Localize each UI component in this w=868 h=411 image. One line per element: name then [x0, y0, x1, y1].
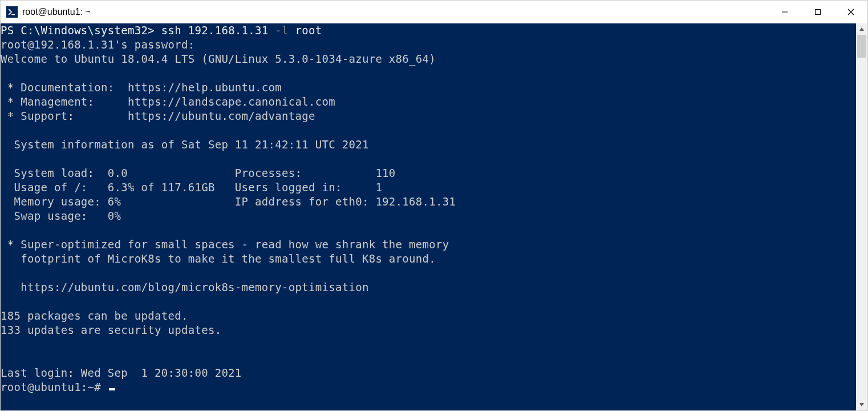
terminal-line: * Management: https://landscape.canonica… [1, 95, 856, 109]
terminal-text: 185 packages can be updated. [1, 309, 188, 322]
terminal-line: 133 updates are security updates. [1, 323, 856, 337]
terminal-text: Memory usage: 6% IP address for eth0: 19… [1, 195, 456, 208]
terminal-line [1, 266, 856, 280]
terminal-text: root@192.168.1.31's password: [1, 38, 194, 51]
terminal-line: Welcome to Ubuntu 18.04.4 LTS (GNU/Linux… [1, 52, 856, 66]
powershell-icon [6, 6, 18, 18]
svg-marker-6 [859, 403, 864, 406]
terminal-line: Usage of /: 6.3% of 117.61GB Users logge… [1, 180, 856, 195]
terminal-line: Memory usage: 6% IP address for eth0: 19… [1, 195, 856, 209]
terminal-line: Swap usage: 0% [1, 209, 856, 223]
terminal-line [1, 352, 856, 366]
minimize-button[interactable] [768, 1, 801, 23]
close-button[interactable] [834, 1, 867, 23]
terminal-text: ssh 192.168.1.31 [161, 24, 275, 37]
terminal-text: -l [275, 24, 295, 37]
terminal-line [1, 66, 856, 80]
terminal-line: System information as of Sat Sep 11 21:4… [1, 138, 856, 152]
terminal-line [1, 223, 856, 237]
terminal-text: System load: 0.0 Processes: 110 [1, 167, 396, 179]
terminal-line: 185 packages can be updated. [1, 309, 856, 323]
terminal-text: * Management: https://landscape.canonica… [1, 95, 335, 108]
terminal-text: * Super-optimized for small spaces - rea… [1, 238, 449, 251]
scrollbar-up-arrow-icon[interactable] [856, 23, 867, 35]
terminal-text: * Documentation: https://help.ubuntu.com [1, 81, 282, 94]
terminal-line: PS C:\Windows\system32> ssh 192.168.1.31… [1, 23, 856, 38]
terminal-text: System information as of Sat Sep 11 21:4… [1, 138, 369, 151]
maximize-button[interactable] [801, 1, 834, 23]
terminal-text: Welcome to Ubuntu 18.04.4 LTS (GNU/Linux… [1, 53, 436, 65]
terminal-line: root@192.168.1.31's password: [1, 38, 856, 52]
powershell-window: root@ubuntu1: ~ PS C:\Windows\system32> … [0, 0, 868, 411]
vertical-scrollbar[interactable] [856, 23, 867, 410]
terminal-text: Swap usage: 0% [1, 209, 121, 222]
terminal-text: footprint of MicroK8s to make it the sma… [1, 252, 436, 265]
terminal-line: * Super-optimized for small spaces - rea… [1, 237, 856, 252]
svg-rect-2 [816, 10, 821, 15]
terminal-text: Usage of /: 6.3% of 117.61GB Users logge… [1, 181, 382, 194]
terminal-text: Last login: Wed Sep 1 20:30:00 2021 [1, 366, 242, 379]
terminal-line: root@ubuntu1:~# [1, 380, 856, 394]
terminal-line [1, 337, 856, 352]
terminal-line: footprint of MicroK8s to make it the sma… [1, 252, 856, 266]
terminal-text: PS C:\Windows\system32> [1, 24, 161, 37]
terminal-text: https://ubuntu.com/blog/microk8s-memory-… [1, 281, 369, 293]
terminal-text: 133 updates are security updates. [1, 324, 221, 336]
terminal-line: * Support: https://ubuntu.com/advantage [1, 109, 856, 123]
titlebar[interactable]: root@ubuntu1: ~ [1, 1, 867, 23]
window-body: PS C:\Windows\system32> ssh 192.168.1.31… [1, 23, 867, 410]
terminal-line: * Documentation: https://help.ubuntu.com [1, 80, 856, 95]
window-title: root@ubuntu1: ~ [22, 7, 91, 17]
scrollbar-down-arrow-icon[interactable] [856, 399, 867, 410]
terminal-text: root@ubuntu1:~# [1, 381, 108, 393]
terminal-line: Last login: Wed Sep 1 20:30:00 2021 [1, 366, 856, 380]
terminal-cursor [109, 388, 115, 390]
terminal-text: root [295, 24, 322, 37]
terminal-line [1, 123, 856, 138]
svg-marker-5 [859, 27, 864, 31]
terminal-output[interactable]: PS C:\Windows\system32> ssh 192.168.1.31… [1, 23, 856, 410]
terminal-line [1, 152, 856, 166]
terminal-line: https://ubuntu.com/blog/microk8s-memory-… [1, 280, 856, 295]
terminal-line [1, 295, 856, 309]
scrollbar-thumb[interactable] [857, 35, 866, 58]
scrollbar-track[interactable] [856, 35, 867, 399]
terminal-text: * Support: https://ubuntu.com/advantage [1, 110, 315, 122]
terminal-line: System load: 0.0 Processes: 110 [1, 166, 856, 180]
